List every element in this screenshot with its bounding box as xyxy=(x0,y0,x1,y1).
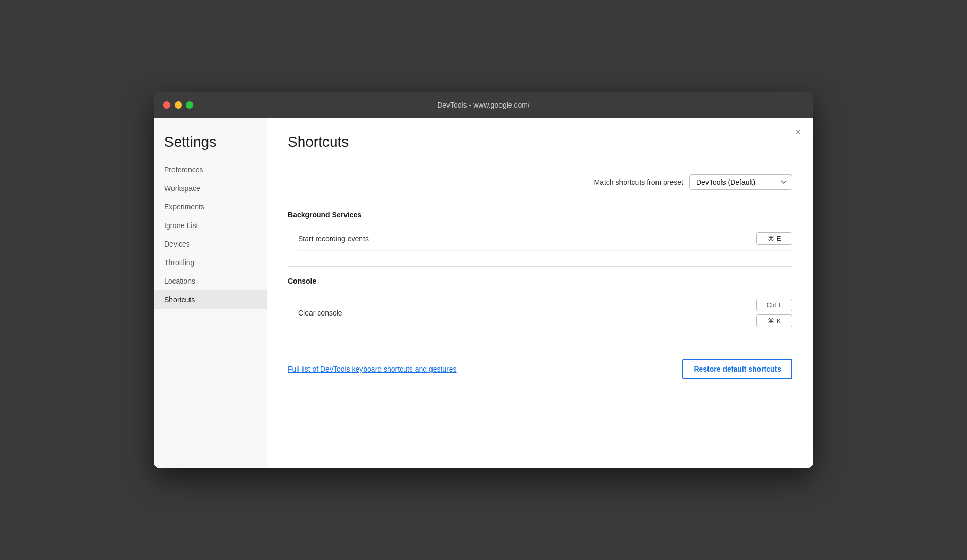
sidebar-item-locations[interactable]: Locations xyxy=(154,272,267,290)
shortcut-name-clear-console: Clear console xyxy=(298,309,756,317)
restore-defaults-button[interactable]: Restore default shortcuts xyxy=(682,359,792,379)
main-content: × Shortcuts Match shortcuts from preset … xyxy=(267,118,813,468)
key-badge-cmd-k: ⌘ K xyxy=(756,314,792,327)
window-content: Settings Preferences Workspace Experimen… xyxy=(154,118,813,468)
sidebar-item-ignore-list[interactable]: Ignore List xyxy=(154,216,267,235)
key-badge-cmd-e: ⌘ E xyxy=(756,232,792,245)
close-button[interactable]: × xyxy=(795,128,801,137)
titlebar-title: DevTools - www.google.com/ xyxy=(437,101,530,109)
shortcut-row-start-recording: Start recording events ⌘ E xyxy=(298,227,792,251)
title-divider xyxy=(288,159,792,159)
sidebar-item-preferences[interactable]: Preferences xyxy=(154,161,267,179)
section-console-title: Console xyxy=(288,277,792,285)
shortcut-keys-start-recording: ⌘ E xyxy=(756,232,792,245)
titlebar: DevTools - www.google.com/ xyxy=(154,92,813,118)
preset-select[interactable]: DevTools (Default) Visual Studio Code xyxy=(689,174,792,190)
minimize-traffic-light[interactable] xyxy=(175,101,182,109)
section-divider-1 xyxy=(288,266,792,267)
section-background-services: Background Services Start recording even… xyxy=(288,211,792,251)
shortcut-name-start-recording: Start recording events xyxy=(298,235,756,243)
close-traffic-light[interactable] xyxy=(163,101,170,109)
shortcut-keys-clear-console: Ctrl L ⌘ K xyxy=(756,299,792,327)
sidebar-heading: Settings xyxy=(154,134,267,161)
maximize-traffic-light[interactable] xyxy=(186,101,193,109)
preset-row: Match shortcuts from preset DevTools (De… xyxy=(288,174,792,190)
sidebar: Settings Preferences Workspace Experimen… xyxy=(154,118,267,468)
sidebar-item-devices[interactable]: Devices xyxy=(154,235,267,253)
page-title: Shortcuts xyxy=(288,134,792,150)
key-badge-ctrl-l: Ctrl L xyxy=(756,299,792,311)
sidebar-item-throttling[interactable]: Throttling xyxy=(154,253,267,272)
section-background-services-title: Background Services xyxy=(288,211,792,219)
preset-label: Match shortcuts from preset xyxy=(594,178,683,186)
full-list-link[interactable]: Full list of DevTools keyboard shortcuts… xyxy=(288,365,457,373)
window: DevTools - www.google.com/ Settings Pref… xyxy=(154,92,813,468)
sidebar-item-workspace[interactable]: Workspace xyxy=(154,179,267,198)
section-console: Console Clear console Ctrl L ⌘ K xyxy=(288,277,792,333)
sidebar-item-shortcuts[interactable]: Shortcuts xyxy=(154,290,267,309)
footer-row: Full list of DevTools keyboard shortcuts… xyxy=(288,354,792,379)
sidebar-item-experiments[interactable]: Experiments xyxy=(154,198,267,216)
shortcut-row-clear-console: Clear console Ctrl L ⌘ K xyxy=(298,293,792,333)
traffic-lights xyxy=(163,101,193,109)
